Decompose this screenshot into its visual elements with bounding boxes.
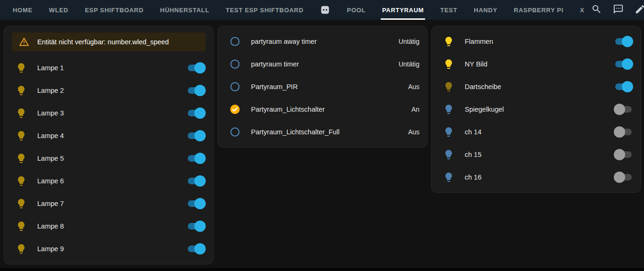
tab-power-socket[interactable] xyxy=(318,0,332,20)
entity-state: An xyxy=(411,106,419,113)
entity-row[interactable]: Lampe 4 xyxy=(4,124,213,147)
entity-toggle[interactable] xyxy=(188,246,204,252)
tab-h-hnerstall[interactable]: HÜHNERSTALL xyxy=(159,0,210,20)
toggle-knob[interactable] xyxy=(194,130,206,141)
toggle-knob[interactable] xyxy=(622,36,633,47)
entity-toggle[interactable] xyxy=(615,61,632,67)
dashboard: Entität nicht verfügbar: number.wled_spe… xyxy=(0,20,644,264)
lightbulb-icon xyxy=(12,175,31,187)
entity-name: Lampe 1 xyxy=(37,64,184,72)
entity-row[interactable]: Partyraum_PIRAus xyxy=(218,75,427,98)
toggle-knob[interactable] xyxy=(622,81,633,92)
toggle-knob[interactable] xyxy=(194,107,206,119)
edit-icon xyxy=(635,4,644,16)
entity-row[interactable]: Partyraum_Lichtschalter_FullAus xyxy=(218,121,427,143)
entity-toggle[interactable] xyxy=(188,155,204,162)
tab-test-esp-shiftboard[interactable]: TEST ESP SHIFTBOARD xyxy=(225,0,305,20)
entity-row[interactable]: Partyraum_LichtschalterAn xyxy=(218,98,427,121)
tab-partyraum[interactable]: PARTYRAUM xyxy=(381,0,425,20)
entity-toggle[interactable] xyxy=(615,151,632,158)
entity-row[interactable]: ch 14 xyxy=(432,121,641,143)
entity-toggle[interactable] xyxy=(188,110,204,116)
entity-row[interactable]: partyraum timerUntätig xyxy=(218,53,427,75)
search-button[interactable] xyxy=(586,0,608,20)
entity-toggle[interactable] xyxy=(615,174,632,181)
entity-toggle[interactable] xyxy=(188,223,204,230)
entity-row[interactable]: Lampe 5 xyxy=(4,147,213,170)
circle-outline-icon xyxy=(226,126,244,138)
entity-row[interactable]: Lampe 8 xyxy=(4,215,213,238)
entity-row[interactable]: Lampe 1 xyxy=(4,57,213,79)
toggle-knob[interactable] xyxy=(194,221,206,232)
tab-label: PARTYRAUM xyxy=(382,7,424,14)
toggle-knob[interactable] xyxy=(614,172,625,183)
tab-bar: HOMEWLEDESP SHIFTBOARDHÜHNERSTALLTEST ES… xyxy=(11,0,586,20)
tab-x[interactable]: X xyxy=(578,0,585,20)
entity-state: Untätig xyxy=(399,38,419,45)
toggle-knob[interactable] xyxy=(194,85,206,96)
tab-label: ESP SHIFTBOARD xyxy=(85,7,143,14)
tab-pool[interactable]: POOL xyxy=(345,0,367,20)
lightbulb-icon xyxy=(439,104,458,115)
lightbulb-icon xyxy=(12,243,31,255)
alert-triangle-icon xyxy=(19,37,29,47)
card-timers-switches: partyraum away timerUntätigpartyraum tim… xyxy=(217,26,427,148)
tab-label: POOL xyxy=(347,7,366,14)
toggle-knob[interactable] xyxy=(194,175,206,187)
check-circle-icon xyxy=(226,104,244,115)
entity-row[interactable]: Spiegelkugel xyxy=(432,98,641,121)
toggle-knob[interactable] xyxy=(194,243,206,255)
entity-row[interactable]: Flammen xyxy=(432,30,641,53)
lightbulb-icon xyxy=(439,149,458,160)
tab-test[interactable]: TEST xyxy=(439,0,459,20)
lightbulb-icon xyxy=(12,130,31,141)
entity-toggle[interactable] xyxy=(615,129,632,135)
tab-wled[interactable]: WLED xyxy=(48,0,70,20)
toggle-knob[interactable] xyxy=(614,126,625,138)
toggle-knob[interactable] xyxy=(614,104,625,115)
entity-row[interactable]: partyraum away timerUntätig xyxy=(218,30,427,53)
entity-row[interactable]: Lampe 3 xyxy=(4,102,213,124)
toggle-knob[interactable] xyxy=(194,62,206,74)
entity-row[interactable]: Dartscheibe xyxy=(432,75,641,98)
entity-row[interactable]: ch 16 xyxy=(432,166,641,189)
entity-toggle[interactable] xyxy=(615,106,632,113)
entity-row[interactable]: Lampe 9 xyxy=(4,238,213,260)
tab-esp-shiftboard[interactable]: ESP SHIFTBOARD xyxy=(84,0,145,20)
entity-row[interactable]: ch 15 xyxy=(432,143,641,166)
entity-toggle[interactable] xyxy=(615,38,632,45)
entity-name: Lampe 8 xyxy=(37,222,184,230)
entity-toggle[interactable] xyxy=(615,83,632,90)
entity-name: Lampe 5 xyxy=(37,155,184,162)
power-socket-icon xyxy=(320,5,330,15)
toggle-knob[interactable] xyxy=(194,153,206,164)
entity-row[interactable]: Lampe 2 xyxy=(4,79,213,102)
toggle-knob[interactable] xyxy=(622,58,633,70)
entity-toggle[interactable] xyxy=(188,178,204,184)
lightbulb-icon xyxy=(439,81,458,92)
entity-state: Untätig xyxy=(399,60,419,68)
tab-handy[interactable]: HANDY xyxy=(472,0,499,20)
tab-raspberry-pi[interactable]: RASPBERRY PI xyxy=(512,0,565,20)
entity-state: Aus xyxy=(408,128,419,136)
entity-toggle[interactable] xyxy=(188,132,204,139)
entity-toggle[interactable] xyxy=(188,65,204,71)
comment-button[interactable] xyxy=(608,0,629,20)
unavailable-warning: Entität nicht verfügbar: number.wled_spe… xyxy=(12,33,206,51)
lightbulb-icon xyxy=(439,36,458,47)
lightbulb-icon xyxy=(12,221,31,232)
entity-name: ch 16 xyxy=(465,173,611,181)
entity-toggle[interactable] xyxy=(188,87,204,94)
entity-row[interactable]: NY Bild xyxy=(432,53,641,75)
entity-row[interactable]: Lampe 6 xyxy=(4,170,213,192)
toggle-knob[interactable] xyxy=(194,198,206,209)
tab-home[interactable]: HOME xyxy=(11,0,34,20)
card-party-lights: FlammenNY BildDartscheibeSpiegelkugelch … xyxy=(431,26,641,193)
window-bottom-edge xyxy=(0,268,644,271)
top-nav: HOMEWLEDESP SHIFTBOARDHÜHNERSTALLTEST ES… xyxy=(0,0,644,20)
entity-name: Partyraum_PIR xyxy=(251,83,408,90)
entity-row[interactable]: Lampe 7 xyxy=(4,192,213,215)
edit-button[interactable] xyxy=(629,0,644,20)
entity-toggle[interactable] xyxy=(188,200,204,207)
toggle-knob[interactable] xyxy=(614,149,625,160)
